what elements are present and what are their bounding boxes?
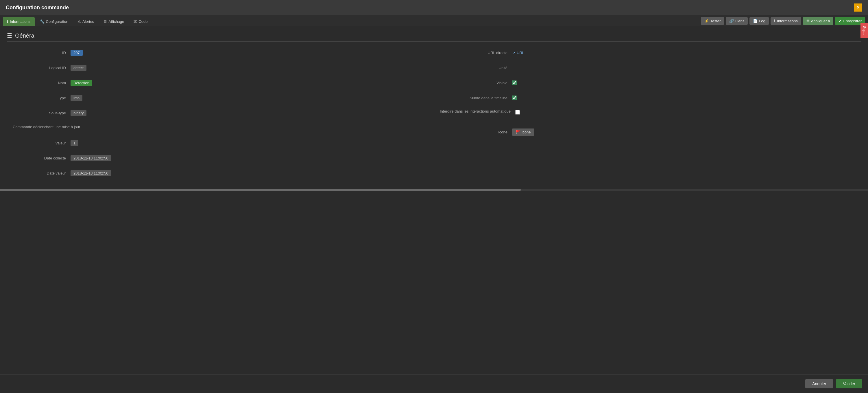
modal-title: Configuration commande [6,5,69,11]
date-collecte-label: Date collecte [13,156,70,160]
commande-row: Commande déclenchant une mise à jour [13,123,428,133]
valider-button[interactable]: Valider [836,379,862,388]
tab-affichage-label: Affichage [108,19,124,24]
url-directe-row: URL directe ↗ URL [440,48,855,58]
suivre-row: Suivre dans la timeline [440,93,855,103]
visible-checkbox[interactable] [512,80,517,85]
sous-type-row: Sous-type binary [13,108,428,118]
appliquer-label: Appliquer à [811,19,830,23]
url-link[interactable]: ↗ URL [512,51,524,55]
form-grid: ID 207 Logical ID detect Nom Détection T… [7,48,861,183]
section-icon: ☰ [7,32,12,39]
informations-icon: ℹ [774,19,775,23]
log-icon: 📄 [753,19,757,23]
tab-configuration[interactable]: 🔧 Configuration [36,17,72,26]
content-area: ☰ Général ID 207 Logical ID detect Nom D… [0,26,868,189]
log-button[interactable]: 📄 Log [749,17,769,25]
modal-overlay: Configuration commande × ℹ Informations … [0,0,868,393]
date-valeur-row: Date valeur 2018-12-13 11:02:50 [13,168,428,178]
tab-informations-label: Informations [10,19,31,24]
id-row: ID 207 [13,48,428,58]
nom-label: Nom [13,81,70,85]
info-tab-icon: ℹ [7,19,8,24]
enregistrer-icon: ✔ [838,19,842,23]
valeur-label: Valeur [13,141,70,145]
flag-icon: 🚩 [516,130,520,134]
icone-btn-label: Icône [522,130,531,134]
unite-label: Unité [440,66,512,70]
logical-id-row: Logical ID detect [13,62,428,73]
section-title: ☰ Général [7,32,861,42]
annuler-button[interactable]: Annuler [805,379,833,388]
tab-bar: ℹ Informations 🔧 Configuration ⚠ Alertes… [0,15,868,26]
suivre-checkbox[interactable] [512,95,517,100]
commande-label: Commande déclenchant une mise à jour [13,124,85,130]
tab-alertes[interactable]: ⚠ Alertes [73,17,98,26]
log-label: Log [759,19,765,23]
id-value: 207 [70,50,83,56]
interdire-row: Interdire dans les interactions automati… [440,108,855,118]
nom-value: Détection [70,80,92,86]
tab-code[interactable]: ⌘ Code [129,17,152,26]
code-tab-icon: ⌘ [133,19,137,24]
informations-toolbar-label: Informations [777,19,798,23]
type-row: Type info [13,93,428,103]
unite-row: Unité [440,62,855,73]
type-value: info [70,95,83,101]
modal-titlebar: Configuration commande × [0,0,868,15]
tab-configuration-label: Configuration [46,19,68,24]
scrollbar-thumb[interactable] [0,189,521,191]
icone-row: Icône 🚩 Icône [440,127,855,137]
tester-label: Tester [710,19,720,23]
tab-informations[interactable]: ℹ Informations [3,17,35,26]
url-text: URL [517,51,524,55]
section-title-text: Général [15,32,36,39]
date-valeur-label: Date valeur [13,171,70,175]
date-collecte-row: Date collecte 2018-12-13 11:02:50 [13,153,428,163]
close-button[interactable]: × [854,3,862,11]
valeur-value: 1 [70,140,79,146]
liens-button[interactable]: 🔗 Liens [726,17,748,25]
tester-button[interactable]: ⚡ Tester [701,17,724,25]
config-tab-icon: 🔧 [40,19,44,24]
right-edge-button[interactable]: Sup... [861,23,868,38]
visible-row: Visible [440,78,855,88]
horizontal-scrollbar[interactable] [0,189,868,191]
form-right: URL directe ↗ URL Unité Visible Suivre d… [434,48,861,183]
logical-id-label: Logical ID [13,66,70,70]
logical-id-value: detect [70,65,87,71]
date-valeur-value: 2018-12-13 11:02:50 [70,170,111,176]
nom-row: Nom Détection [13,78,428,88]
appliquer-button[interactable]: ✚ Appliquer à [803,17,834,25]
tab-alertes-label: Alertes [83,19,94,24]
interdire-checkbox[interactable] [515,110,520,115]
liens-icon: 🔗 [729,19,734,23]
form-left: ID 207 Logical ID detect Nom Détection T… [7,48,434,183]
interdire-label: Interdire dans les interactions automati… [440,109,515,114]
visible-label: Visible [440,81,512,85]
external-link-icon: ↗ [512,51,515,55]
icone-label: Icône [440,130,512,134]
suivre-label: Suivre dans la timeline [440,96,512,100]
url-directe-label: URL directe [440,51,512,55]
icone-button[interactable]: 🚩 Icône [512,129,534,136]
tester-icon: ⚡ [704,19,709,23]
sous-type-label: Sous-type [13,111,70,115]
affichage-tab-icon: 🖥 [103,19,107,24]
valeur-row: Valeur 1 [13,138,428,148]
date-collecte-value: 2018-12-13 11:02:50 [70,155,111,161]
appliquer-icon: ✚ [806,19,810,23]
tab-code-label: Code [138,19,148,24]
liens-label: Liens [735,19,744,23]
enregistrer-label: Enregistrer [843,19,862,23]
id-label: ID [13,51,70,55]
alertes-tab-icon: ⚠ [78,19,81,24]
tab-affichage[interactable]: 🖥 Affichage [99,17,128,26]
sous-type-value: binary [70,110,87,116]
footer-bar: Annuler Valider [0,374,868,393]
type-label: Type [13,96,70,100]
informations-button[interactable]: ℹ Informations [771,17,801,25]
